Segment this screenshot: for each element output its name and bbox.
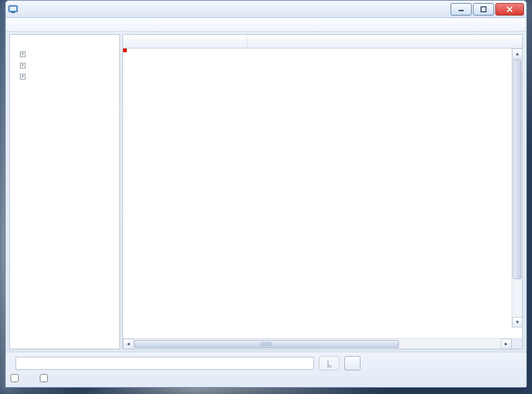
find-button[interactable]: L: [319, 356, 339, 370]
scroll-thumb[interactable]: [134, 340, 399, 348]
menu-file[interactable]: [9, 24, 19, 26]
close-icon: [506, 6, 513, 12]
svg-rect-2: [11, 12, 15, 13]
check-selected-category[interactable]: [11, 374, 22, 382]
svg-rect-3: [459, 10, 464, 11]
tree-panel[interactable]: + + +: [9, 34, 120, 349]
maximize-button[interactable]: [473, 3, 494, 16]
expand-icon[interactable]: +: [20, 52, 25, 57]
minimize-button[interactable]: [451, 3, 472, 16]
vertical-scrollbar[interactable]: ▲ ▼: [511, 48, 522, 328]
details-list[interactable]: ▲ ▼ ◄ ►: [122, 34, 523, 349]
check-category-names-only[interactable]: [40, 374, 52, 382]
close-button[interactable]: [495, 3, 524, 16]
titlebar[interactable]: [6, 1, 526, 18]
highlight-annotation: [123, 48, 127, 52]
checkbox[interactable]: [40, 374, 48, 382]
scroll-up-button[interactable]: ▲: [512, 48, 522, 59]
menubar: [6, 18, 526, 32]
checkbox[interactable]: [11, 374, 19, 382]
column-value[interactable]: [247, 35, 522, 48]
expand-icon[interactable]: +: [20, 74, 25, 80]
expand-icon[interactable]: +: [20, 63, 25, 68]
svg-rect-1: [10, 7, 16, 11]
find-input[interactable]: [16, 357, 314, 370]
menu-help[interactable]: [43, 24, 53, 26]
app-icon: [8, 4, 18, 14]
horizontal-scrollbar[interactable]: ◄ ►: [123, 338, 522, 349]
scroll-thumb[interactable]: [513, 60, 521, 279]
scroll-right-button[interactable]: ►: [501, 339, 511, 349]
svg-rect-4: [481, 7, 486, 12]
find-bar: L: [6, 352, 526, 387]
column-item[interactable]: [123, 35, 247, 48]
menu-edit[interactable]: [21, 24, 30, 26]
tree-node-software-environment[interactable]: +: [11, 71, 118, 82]
close-find-button[interactable]: [344, 356, 360, 370]
scroll-left-button[interactable]: ◄: [123, 339, 134, 349]
column-headers: [123, 35, 522, 48]
maximize-icon: [480, 6, 487, 12]
menu-view[interactable]: [32, 24, 42, 26]
scrollbar-corner: [511, 339, 522, 349]
msinfo-window: + + + ▲: [5, 0, 527, 388]
tree-node-hardware-resources[interactable]: +: [11, 48, 118, 60]
tree-root-system-summary[interactable]: [11, 37, 118, 48]
minimize-icon: [458, 6, 464, 12]
tree-node-components[interactable]: +: [11, 60, 118, 71]
grip-icon: [261, 342, 272, 346]
scroll-down-button[interactable]: ▼: [512, 317, 522, 328]
